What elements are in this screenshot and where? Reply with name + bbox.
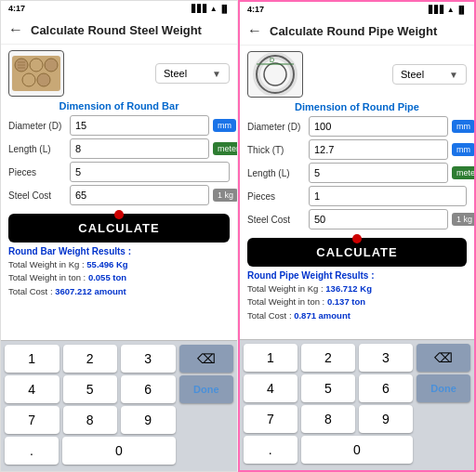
keyboard-row-3-right: 7 8 9 [242,405,472,433]
content-left: Steel ▼ Dimension of Round Bar Diameter … [1,45,237,340]
header-title-left: Calculate Round Steel Weight [31,23,202,37]
input-pieces-left[interactable] [70,162,230,182]
key-dot-right[interactable]: . [244,436,298,464]
material-dropdown-right[interactable]: Steel ▼ [392,64,467,85]
svg-point-5 [37,73,50,86]
dropdown-arrow-right: ▼ [449,70,458,80]
keyboard-row-2-right: 4 5 6 Done [242,374,472,402]
section-title-left: Dimension of Round Bar [8,100,230,111]
keyboard-left: 1 2 3 ⌫ 4 5 6 Done 7 8 9 . 0 [1,340,237,471]
label-cost-right: Steel Cost [247,215,305,225]
time-right: 4:17 [247,5,264,14]
time-left: 4:17 [8,4,25,13]
material-dropdown-left[interactable]: Steel ▼ [155,63,230,84]
unit-length-right: meter [452,166,474,179]
steel-image-left [8,50,64,97]
result-row-0-right: Total Weight in Kg : 136.712 Kg [247,282,467,295]
unit-diameter-right: mm [452,120,474,133]
input-pieces-right[interactable] [309,186,467,206]
field-pieces-right: Pieces [247,186,467,206]
signal-icon-left: ▋▋▋ [192,5,208,13]
key-9-left[interactable]: 9 [121,406,176,434]
key-5-left[interactable]: 5 [63,375,118,403]
svg-point-13 [257,56,294,93]
key-8-left[interactable]: 8 [63,406,118,434]
calculate-button-left[interactable]: CALCULATE [8,214,230,243]
svg-point-4 [22,73,35,86]
key-4-right[interactable]: 4 [244,374,298,402]
key-backspace-right[interactable]: ⌫ [416,344,470,372]
result-val-1-left: 0.055 ton [88,272,126,282]
key-done-left[interactable]: Done [179,375,234,403]
key-4-left[interactable]: 4 [5,375,60,403]
section-title-right: Dimension of Round Pipe [247,101,467,112]
input-thick-right[interactable] [309,139,448,160]
key-done-right[interactable]: Done [416,374,470,402]
key-6-right[interactable]: 6 [359,374,413,402]
field-thick-right: Thick (T) mm [247,139,467,160]
field-cost-left: Steel Cost 1 kg [8,185,230,205]
keyboard-row-1-right: 1 2 3 ⌫ [242,344,472,372]
calculate-button-right[interactable]: CALCULATE [247,238,467,267]
input-cost-left[interactable] [70,185,209,205]
field-length-left: Length (L) meter [8,138,230,159]
top-row-right: D Steel ▼ [247,51,467,98]
result-val-0-right: 136.712 Kg [325,283,372,294]
result-row-2-right: Total Cost : 0.871 amount [247,309,467,322]
key-7-left[interactable]: 7 [5,406,60,434]
material-value-right: Steel [401,69,424,80]
key-backspace-left[interactable]: ⌫ [179,345,234,373]
results-title-right: Round Pipe Weight Results : [247,270,467,281]
app-header-right: ← Calculate Round Pipe Weight [240,17,474,46]
input-length-left[interactable] [70,138,209,159]
pipe-svg: D [249,53,301,96]
input-diameter-right[interactable] [309,116,448,137]
field-diameter-left: Diameter (D) mm [8,115,230,136]
label-pieces-right: Pieces [247,191,305,202]
right-panel: 4:17 ▋▋▋ ▲ ▐▌ ← Calculate Round Pipe Wei… [238,0,476,472]
signal-icon-right: ▋▋▋ [429,6,445,14]
app-header-left: ← Calculate Round Steel Weight [1,16,237,45]
key-8-right[interactable]: 8 [301,405,355,433]
key-2-left[interactable]: 2 [63,345,118,373]
key-1-right[interactable]: 1 [244,344,298,372]
key-6-left[interactable]: 6 [121,375,176,403]
input-length-right[interactable] [309,163,448,183]
label-diameter-right: Diameter (D) [247,122,305,132]
status-icons-left: ▋▋▋ ▲ ▐▌ [192,5,230,13]
key-3-right[interactable]: 3 [359,344,413,372]
label-length-right: Length (L) [247,168,305,178]
key-3-left[interactable]: 3 [121,345,176,373]
result-row-2-left: Total Cost : 3607.212 amount [8,285,230,298]
key-2-right[interactable]: 2 [301,344,355,372]
top-row-left: Steel ▼ [8,50,230,97]
svg-point-2 [30,59,43,72]
result-row-1-right: Total Weight in ton : 0.137 ton [247,295,467,308]
key-7-right[interactable]: 7 [244,405,298,433]
result-val-2-right: 0.871 amount [294,310,350,321]
key-0-left[interactable]: 0 [62,437,176,465]
result-row-0-left: Total Weight in Kg : 55.496 Kg [8,258,230,271]
label-pieces-left: Pieces [8,167,66,177]
key-dot-left[interactable]: . [5,437,59,465]
steel-rod-svg [10,52,62,95]
input-diameter-left[interactable] [70,115,209,136]
key-9-right[interactable]: 9 [359,405,413,433]
input-cost-right[interactable] [309,209,448,229]
result-val-1-right: 0.137 ton [327,296,365,307]
results-text-left: Total Weight in Kg : 55.496 Kg Total Wei… [8,258,230,298]
back-button-left[interactable]: ← [8,21,23,38]
field-diameter-right: Diameter (D) mm [247,116,467,137]
status-bar-left: 4:17 ▋▋▋ ▲ ▐▌ [1,1,237,16]
keyboard-row-4-left: . 0 [3,437,235,465]
battery-icon-left: ▐▌ [219,5,230,13]
dropdown-arrow-left: ▼ [212,69,221,79]
key-1-left[interactable]: 1 [5,345,60,373]
back-button-right[interactable]: ← [247,22,262,39]
key-0-right[interactable]: 0 [301,436,414,464]
status-bar-right: 4:17 ▋▋▋ ▲ ▐▌ [240,2,474,17]
unit-cost-left: 1 kg [213,189,237,202]
key-5-right[interactable]: 5 [301,374,355,402]
unit-thick-right: mm [452,143,474,156]
wifi-icon-left: ▲ [210,5,218,13]
